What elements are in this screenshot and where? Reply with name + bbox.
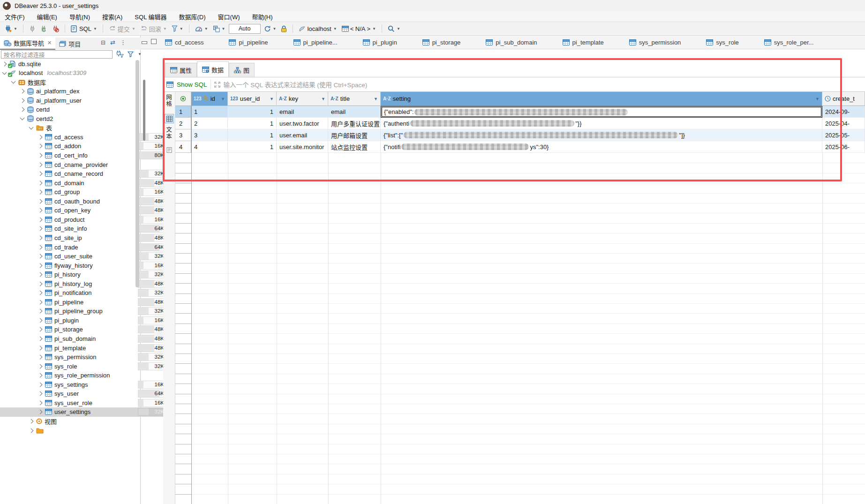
tree-item-ai_platform_dex[interactable]: ai_platform_dex xyxy=(0,87,155,96)
tree-item-pi_sub_domain[interactable]: pi_sub_domain48K xyxy=(0,334,173,344)
tree-item-[interactable]: 视图 xyxy=(0,416,164,426)
column-header-id[interactable]: 123id▼ xyxy=(191,92,228,106)
chevron-right-icon[interactable] xyxy=(38,281,43,286)
tree-item-pi_history[interactable]: pi_history32K xyxy=(0,270,173,279)
rollback-button[interactable]: 回滚▼ xyxy=(139,23,168,34)
tree-item-cd_open_key[interactable]: cd_open_key48K xyxy=(0,206,173,215)
tree-item-sys_role_permission[interactable]: sys_role_permission xyxy=(0,371,173,380)
row-header-4[interactable]: 4 xyxy=(175,141,191,153)
chevron-right-icon[interactable] xyxy=(29,419,34,423)
menu-item-0[interactable]: 文件(F) xyxy=(5,12,25,21)
column-header-user_id[interactable]: 123user_id▼ xyxy=(228,92,277,106)
tree-item-pi_template[interactable]: pi_template48K xyxy=(0,343,173,353)
tree-item-cd_user_suite[interactable]: cd_user_suite32K xyxy=(0,252,173,261)
chevron-down-icon[interactable]: ▼ xyxy=(132,27,135,31)
cell-user_id-row1[interactable]: 1 xyxy=(228,106,277,118)
cell-setting-row1[interactable]: {"enabled": xyxy=(381,106,822,118)
sidebar-scrollbar[interactable] xyxy=(135,60,139,287)
cell-key-row1[interactable]: email xyxy=(277,106,328,118)
chevron-right-icon[interactable] xyxy=(38,181,43,185)
menu-item-4[interactable]: SQL 编辑器 xyxy=(135,12,166,21)
presentation-tab-text[interactable]: 文本 xyxy=(164,127,173,139)
menu-item-6[interactable]: 窗口(W) xyxy=(218,12,240,21)
tree-item-sys_settings[interactable]: sys_settings16K xyxy=(0,380,173,389)
filter-funnel-icon[interactable] xyxy=(128,51,134,57)
chevron-right-icon[interactable] xyxy=(38,190,43,195)
chevron-down-icon[interactable]: ▼ xyxy=(138,52,142,56)
tree-item-localhost[interactable]: localhostlocalhost:3309 xyxy=(0,68,137,78)
cell-key-row4[interactable]: user.site.monitor xyxy=(277,141,328,153)
chevron-right-icon[interactable] xyxy=(29,428,34,433)
tree-item-cd_domain[interactable]: cd_domain48K xyxy=(0,178,173,188)
cell-user_id-row4[interactable]: 1 xyxy=(228,141,277,153)
column-filter-icon[interactable]: ▼ xyxy=(374,97,378,101)
cell-title-row2[interactable]: 用户多重认证设置 xyxy=(328,118,381,129)
cell-title-row1[interactable]: email xyxy=(328,106,381,118)
editor-tab-sys_permission[interactable]: sys_permission xyxy=(623,36,700,49)
cell-user_id-row3[interactable]: 1 xyxy=(228,129,277,141)
column-filter-icon[interactable]: ▼ xyxy=(221,97,225,101)
editor-tab-pi_storage[interactable]: pi_storage xyxy=(416,36,480,49)
cell-create_t-row3[interactable]: 2025-05- xyxy=(822,129,865,141)
tree-item-pi_pipeline_group[interactable]: pi_pipeline_group32K xyxy=(0,307,173,316)
editor-tab-pi_plugin[interactable]: pi_plugin xyxy=(356,36,416,49)
editor-tab-sys_role[interactable]: sys_role xyxy=(700,36,757,49)
tree-item-cd_addon[interactable]: cd_addon16K xyxy=(0,142,173,151)
tree-item-sys_role[interactable]: sys_role32K xyxy=(0,361,173,371)
cell-title-row4[interactable]: 站点监控设置 xyxy=(328,141,381,153)
tree-item-cd_cert_info[interactable]: cd_cert_info80K xyxy=(0,151,173,160)
tree-item-[interactable]: 数据库 xyxy=(0,77,146,87)
editor-tab-pi_template[interactable]: pi_template xyxy=(556,36,623,49)
reconnect-button[interactable] xyxy=(39,24,49,33)
view-menu-icon[interactable]: ⋮ xyxy=(120,39,126,45)
chevron-right-icon[interactable] xyxy=(38,337,43,341)
chevron-right-icon[interactable] xyxy=(38,291,43,295)
tree-item-dbsqlite[interactable]: db.sqlite xyxy=(0,59,137,68)
chevron-right-icon[interactable] xyxy=(38,235,43,240)
tree-item-cd_cname_record[interactable]: cd_cname_record32K xyxy=(0,169,173,179)
chevron-down-icon[interactable]: ▼ xyxy=(163,27,167,31)
schema-selector[interactable]: < N/A >▼ xyxy=(340,24,377,33)
tree-item-ai_platform_user[interactable]: ai_platform_user xyxy=(0,96,155,105)
chevron-right-icon[interactable] xyxy=(2,61,7,66)
grid-presentation-icon[interactable] xyxy=(165,114,174,123)
chevron-right-icon[interactable] xyxy=(38,391,43,396)
tab-projects[interactable]: 项目 xyxy=(55,38,84,50)
chevron-right-icon[interactable] xyxy=(38,346,43,350)
chevron-down-icon[interactable]: ▼ xyxy=(180,27,183,31)
expand-filter-icon[interactable] xyxy=(214,82,220,88)
tree-item-pi_history_log[interactable]: pi_history_log48K xyxy=(0,279,173,288)
tree-item-pi_notification[interactable]: pi_notification32K xyxy=(0,288,173,298)
presentation-tab-grid[interactable]: 网格 xyxy=(164,94,173,107)
link-editor-icon[interactable]: ⇄ xyxy=(110,39,115,45)
chevron-right-icon[interactable] xyxy=(20,107,25,112)
cell-id-row1[interactable]: 1 xyxy=(191,106,228,118)
editor-tab-pi_pipeline[interactable]: pi_pipeline... xyxy=(287,36,356,49)
close-icon[interactable]: ✕ xyxy=(47,40,52,46)
chevron-right-icon[interactable] xyxy=(38,144,43,149)
chevron-down-icon[interactable]: ▼ xyxy=(204,27,208,31)
chevron-right-icon[interactable] xyxy=(38,272,43,277)
panel-scrollbar[interactable] xyxy=(143,80,145,141)
cell-create_t-row2[interactable]: 2025-04- xyxy=(822,118,865,129)
chevron-right-icon[interactable] xyxy=(38,309,43,314)
chevron-right-icon[interactable] xyxy=(20,89,25,94)
chevron-right-icon[interactable] xyxy=(38,208,43,213)
editor-tab-cd_access[interactable]: cd_access xyxy=(158,36,222,49)
cell-create_t-row1[interactable]: 2024-09- xyxy=(822,106,865,118)
refresh-button[interactable]: ▼ xyxy=(263,24,278,33)
cell-setting-row4[interactable]: {"notifiys":30} xyxy=(381,141,822,153)
disconnect-button[interactable] xyxy=(51,24,60,33)
row-header-3[interactable]: 3 xyxy=(175,129,191,141)
tree-item-cd_cname_provider[interactable]: cd_cname_provider xyxy=(0,160,173,169)
chevron-right-icon[interactable] xyxy=(38,226,43,231)
tab-data[interactable]: 数据 xyxy=(197,61,229,77)
chevron-right-icon[interactable] xyxy=(38,410,43,414)
connection-filter-input[interactable]: 按名称过滤连接 xyxy=(1,50,113,59)
tree-item-cd_group[interactable]: cd_group16K xyxy=(0,188,173,197)
chevron-right-icon[interactable] xyxy=(38,373,43,378)
chevron-right-icon[interactable] xyxy=(38,199,43,203)
chevron-down-icon[interactable] xyxy=(20,116,25,120)
chevron-down-icon[interactable]: ▼ xyxy=(14,27,17,31)
tree-item-sys_permission[interactable]: sys_permission32K xyxy=(0,353,173,362)
